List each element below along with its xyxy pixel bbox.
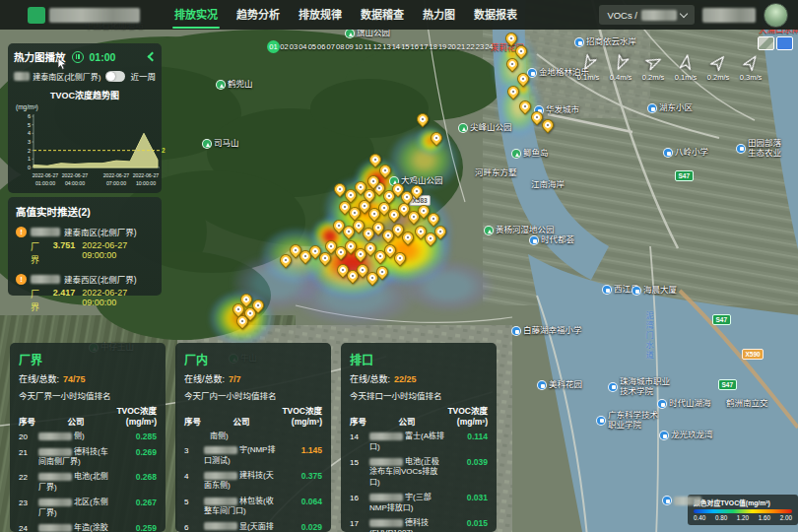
row-tvoc-value: 0.267	[117, 498, 157, 507]
row-tvoc-value: 0.114	[448, 432, 488, 441]
table-row[interactable]: 15电池(正极涂布车间VOCs排放口)0.039	[350, 457, 488, 488]
blurred-app-title	[49, 8, 140, 23]
svg-text:0: 0	[28, 165, 31, 170]
vocs-selector[interactable]: VOCs /	[599, 5, 695, 25]
blurred-company-name	[369, 519, 403, 527]
table-subtitle: 今天排口一小时均值排名	[350, 389, 488, 401]
header-no: 序号	[19, 415, 38, 427]
chart-title: TVOC浓度趋势图	[14, 89, 156, 101]
table-row[interactable]: 5林包装(收整车间门口)0.064	[184, 497, 322, 517]
main-menu: 排放实况趋势分析排放规律数据稽查热力图数据报表	[174, 0, 517, 30]
chevron-down-icon	[680, 9, 688, 17]
row-index: 3	[184, 445, 202, 455]
nav-item-热力图[interactable]: 热力图	[423, 0, 455, 30]
header-value: TVOC浓度(mg/m³)	[444, 406, 488, 427]
trend-chart-svg: 012345622022-06-2701:00:002022-06-2704:0…	[14, 110, 167, 201]
row-company: 显(天面排口西侧)	[204, 522, 281, 532]
online-value: 74/75	[63, 374, 86, 384]
table-subtitle: 今天厂内一小时均值排名	[184, 389, 322, 401]
svg-text:6: 6	[28, 113, 31, 119]
wind-speed-label: 0.1m/s	[577, 73, 600, 82]
app-logo	[28, 7, 45, 24]
row-index: 20	[19, 432, 36, 441]
playback-title: 热力图播放	[14, 49, 66, 64]
row-tvoc-value: 0.259	[117, 523, 157, 532]
header-company: 公司	[204, 415, 279, 427]
row-tvoc-value: 0.031	[448, 493, 488, 502]
tvoc-trend-chart: 012345622022-06-2701:00:002022-06-2704:0…	[14, 110, 156, 205]
collapse-chevron-icon[interactable]	[148, 52, 158, 62]
legend-tick: 1.20	[737, 514, 749, 521]
legend-tick: 0.40	[694, 514, 705, 521]
table-row[interactable]: 4建科技(天面东侧)0.375	[184, 471, 322, 492]
online-label: 在线/总数:	[19, 374, 59, 384]
wind-speed-label: 0.2m/s	[642, 73, 665, 82]
blurred-company-name	[38, 432, 72, 440]
svg-text:2022-06-2707:00:00: 2022-06-2707:00:00	[103, 172, 130, 186]
push-item[interactable]: !建泰南区(北侧厂界)厂界3.7512022-06-27 09:00:00	[16, 226, 154, 266]
wind-arrow-icon	[640, 50, 665, 75]
push-category: 厂界	[31, 240, 46, 266]
push-item[interactable]: !建泰西区(北侧厂界)厂界2.4172022-06-27 09:00:00	[16, 273, 154, 313]
row-index: 21	[19, 447, 36, 457]
blurred-company-name	[204, 498, 237, 505]
wind-indicators: 0.1m/s0.4m/s0.2m/s0.1m/s0.2m/s0.3m/s	[573, 53, 765, 82]
row-index: 6	[184, 522, 202, 532]
push-value: 3.751	[53, 240, 76, 266]
header-no: 序号	[184, 415, 204, 427]
vocs-prefix-label: VOCs /	[607, 10, 637, 21]
push-site-name: 建泰南区(北侧厂界)	[64, 226, 137, 237]
avatar[interactable]	[764, 3, 788, 28]
table-title: 厂内	[184, 351, 322, 367]
row-tvoc-value: 0.015	[448, 518, 488, 528]
push-site-name: 建泰西区(北侧厂界)	[64, 273, 137, 285]
online-count: 在线/总数:7/7	[184, 372, 322, 385]
high-value-push-panel: 高值实时推送(2) !建泰南区(北侧厂界)厂界3.7512022-06-27 0…	[8, 197, 162, 296]
table-title: 厂界	[19, 351, 157, 367]
table-row[interactable]: 14富士(A栋排口)0.114	[350, 432, 488, 452]
table-row[interactable]: 3宇(NMP排口测试)1.145	[184, 445, 322, 466]
table-row[interactable]: 24年造(涂胶车间南侧)0.259	[19, 523, 157, 532]
wind-speed-label: 0.4m/s	[610, 73, 632, 82]
table-row[interactable]: 20侧)0.285	[19, 432, 157, 441]
timeline-hour-24[interactable]: 24	[481, 42, 497, 51]
nav-item-趋势分析[interactable]: 趋势分析	[236, 0, 280, 30]
table-row[interactable]: 21德科技(车间南侧厂界)0.269	[19, 447, 157, 468]
table-row[interactable]: 17德科技(FHVP1007)0.015	[350, 518, 488, 532]
table-panel-厂界: 厂界在线/总数:74/75今天厂界一小时均值排名序号公司TVOC浓度(mg/m³…	[10, 343, 166, 532]
nav-item-数据稽查[interactable]: 数据稽查	[361, 0, 404, 30]
blurred-station-prefix	[14, 72, 30, 81]
online-count: 在线/总数:22/25	[350, 372, 488, 385]
table-row[interactable]: 22电池(北侧厂界)0.268	[19, 472, 157, 493]
pause-button[interactable]	[72, 51, 84, 63]
row-tvoc-value: 1.145	[283, 445, 322, 455]
row-company: 电池(正极涂布车间VOCs排放口)	[369, 457, 446, 488]
row-index: 14	[350, 432, 367, 441]
satellite-view-button[interactable]	[758, 36, 774, 50]
nav-item-排放规律[interactable]: 排放规律	[299, 0, 342, 30]
nav-item-数据报表[interactable]: 数据报表	[474, 0, 517, 30]
range-toggle[interactable]	[105, 71, 125, 82]
row-company: 德科技(FHVP1007)	[369, 518, 446, 532]
header-value: TVOC浓度(mg/m³)	[113, 406, 157, 427]
row-index: 4	[184, 471, 202, 481]
blurred-company-prefix	[31, 275, 60, 284]
table-row[interactable]: 6显(天面排口西侧)0.029	[184, 522, 322, 532]
table-row[interactable]: 16宇(三部NMP排放口)0.031	[350, 493, 488, 513]
row-company: 富士(A栋排口)	[369, 432, 446, 452]
svg-text:2: 2	[28, 148, 31, 154]
blurred-station-selection	[641, 10, 677, 21]
chart-y-unit: (mg/m³)	[16, 103, 156, 110]
range-label: 近一周	[130, 70, 156, 82]
nav-item-排放实况[interactable]: 排放实况	[174, 0, 218, 30]
top-navbar: 排放实况趋势分析排放规律数据稽查热力图数据报表 VOCs /	[0, 0, 798, 30]
blurred-company-name	[38, 499, 72, 506]
table-subtitle: 今天厂界一小时均值排名	[19, 389, 157, 401]
svg-text:4: 4	[28, 130, 31, 136]
wind-arrow-icon	[608, 50, 632, 75]
wind-indicator: 0.3m/s	[736, 53, 765, 82]
push-timestamp: 2022-06-27 09:00:00	[82, 288, 154, 313]
table-row[interactable]: 23北区(东侧厂界)0.267	[19, 498, 157, 518]
road-view-button[interactable]	[776, 36, 793, 50]
map-poi-blurred	[662, 496, 701, 505]
